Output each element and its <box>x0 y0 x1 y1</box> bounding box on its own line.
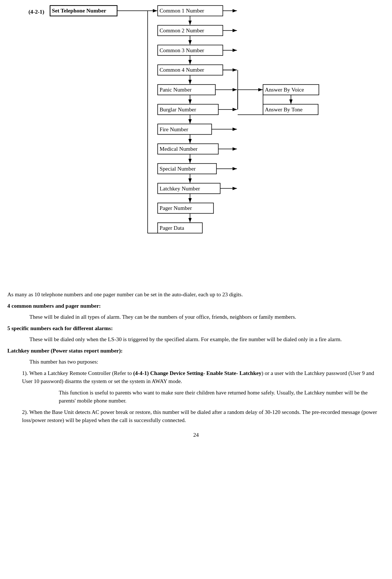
item1-bold: (4-4-1) Change Device Setting- Enable St… <box>133 370 262 376</box>
common2-label: Common 2 Number <box>159 27 204 33</box>
title-box: Set Telephone Number <box>52 7 106 14</box>
medical-label: Medical Number <box>159 146 197 152</box>
heading3: Latchkey number (Power status report num… <box>7 347 385 355</box>
special-label: Special Number <box>159 165 195 172</box>
content-area: As many as 10 telephone numbers and one … <box>7 290 385 425</box>
pagerdata-label: Pager Data <box>159 225 184 231</box>
common3-label: Common 3 Number <box>159 47 204 53</box>
fire-label: Fire Number <box>159 126 188 132</box>
item2-block: 2). When the Base Unit detects AC power … <box>22 408 385 425</box>
para1: These will be dialed in all types of ala… <box>29 313 385 321</box>
common4-label: Common 4 Number <box>159 67 204 73</box>
intro-text: As many as 10 telephone numbers and one … <box>7 290 385 299</box>
item1-sub: This function is useful to parents who w… <box>59 389 385 405</box>
item2-text: 2). When the Base Unit detects AC power … <box>22 408 385 425</box>
flowchart-svg: (4-2-1) Set Telephone Number Common 1 Nu… <box>7 4 385 283</box>
pager-label: Pager Number <box>159 205 192 211</box>
page-number: 24 <box>7 432 385 438</box>
common1-label: Common 1 Number <box>159 7 204 14</box>
para3: This number has two purposes: <box>29 358 385 366</box>
burglar-label: Burglar Number <box>159 106 196 112</box>
latchkey-label: Latchkey Number <box>159 185 200 192</box>
tone-label: Answer By Tone <box>265 106 303 112</box>
panic-label: Panic Number <box>159 86 191 93</box>
flowchart: (4-2-1) Set Telephone Number Common 1 Nu… <box>7 4 385 283</box>
item1-block: 1). When a Latchkey Remote Controller (R… <box>22 369 385 405</box>
heading2: 5 specific numbers each for different al… <box>7 324 385 333</box>
para2: These will be dialed only when the LS-30… <box>29 335 385 344</box>
heading1: 4 common numbers and pager number: <box>7 302 385 310</box>
item1-text: 1). When a Latchkey Remote Controller (R… <box>22 369 385 386</box>
section-label: (4-2-1) <box>29 8 44 15</box>
voice-label: Answer By Voice <box>265 86 304 93</box>
